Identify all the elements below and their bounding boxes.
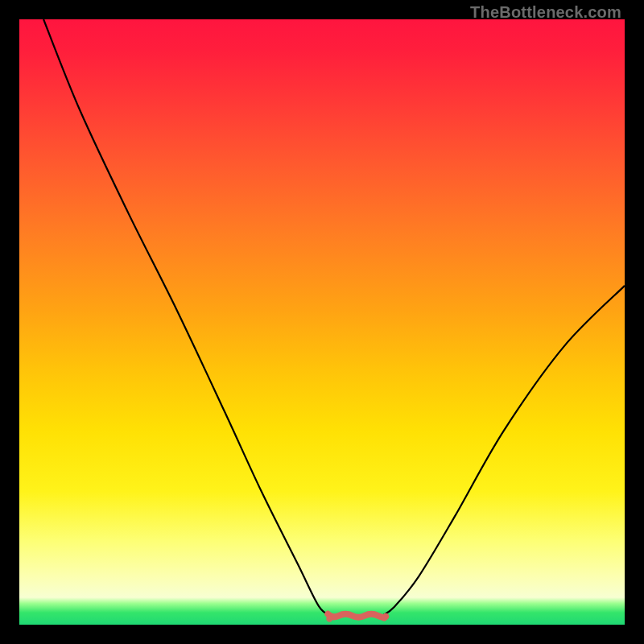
curve-left-branch (43, 19, 331, 616)
curve-right-branch (382, 286, 625, 616)
plot-area (19, 19, 625, 625)
minimum-marker (328, 614, 386, 617)
chart-frame: TheBottleneck.com (0, 0, 644, 644)
watermark-text: TheBottleneck.com (470, 3, 621, 22)
curve-layer (19, 19, 625, 625)
